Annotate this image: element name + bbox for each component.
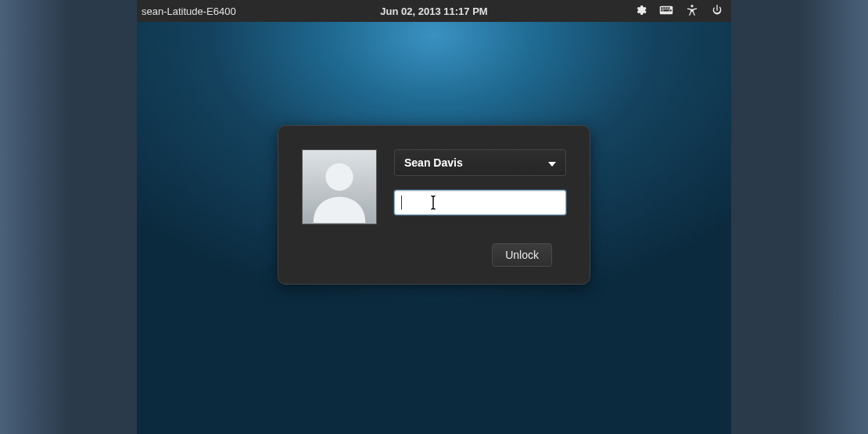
lock-screen: sean-Latitude-E6400 Jun 02, 2013 11:17 P… xyxy=(137,0,731,434)
user-select-dropdown[interactable]: Sean Davis xyxy=(394,149,566,176)
login-dialog: Sean Davis Unlock xyxy=(278,125,590,285)
datetime-label[interactable]: Jun 02, 2013 11:17 PM xyxy=(380,5,487,17)
gear-icon[interactable] xyxy=(634,4,647,19)
svg-rect-1 xyxy=(661,7,662,9)
svg-point-8 xyxy=(690,5,693,7)
chevron-down-icon xyxy=(548,156,556,169)
unlock-button[interactable]: Unlock xyxy=(492,243,552,267)
power-icon[interactable] xyxy=(711,4,723,19)
svg-point-10 xyxy=(325,163,353,190)
user-avatar xyxy=(302,149,377,224)
username-label: Sean Davis xyxy=(404,156,463,169)
password-field-wrap[interactable] xyxy=(394,190,566,215)
keyboard-icon[interactable] xyxy=(659,5,673,18)
svg-rect-6 xyxy=(663,9,669,11)
top-bar: sean-Latitude-E6400 Jun 02, 2013 11:17 P… xyxy=(137,0,731,22)
svg-rect-3 xyxy=(665,7,667,9)
svg-rect-7 xyxy=(670,9,672,11)
accessibility-icon[interactable] xyxy=(686,4,698,19)
login-area: Sean Davis Unlock xyxy=(137,22,731,434)
text-caret xyxy=(401,195,402,210)
hostname-label: sean-Latitude-E6400 xyxy=(142,5,236,17)
password-input[interactable] xyxy=(403,191,558,214)
svg-rect-5 xyxy=(661,9,662,11)
indicator-area xyxy=(634,4,723,19)
svg-rect-4 xyxy=(668,7,669,9)
svg-rect-2 xyxy=(663,7,665,9)
